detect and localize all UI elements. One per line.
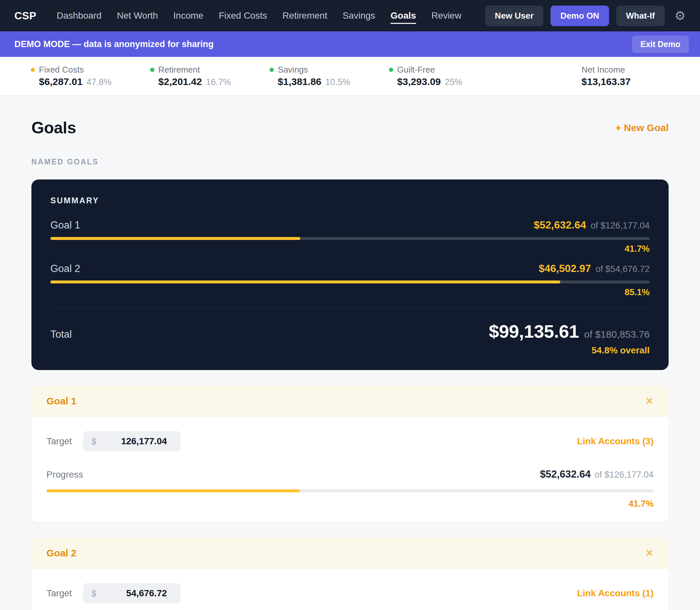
goal-amount: $46,502.97 — [539, 262, 591, 275]
nav-item-dashboard[interactable]: Dashboard — [57, 8, 102, 23]
target-value-field[interactable] — [102, 436, 167, 447]
stat-value: $3,293.09 — [397, 76, 440, 87]
nav-links: Dashboard Net Worth Income Fixed Costs R… — [57, 8, 461, 24]
goal-amount: $52,632.64 — [534, 219, 586, 231]
progress-target: of $126,177.04 — [595, 470, 654, 480]
stat-fixed-costs: Fixed Costs $6,287.01 47.8% — [31, 65, 111, 87]
target-label: Target — [46, 436, 72, 447]
goal-name: Goal 2 — [50, 263, 80, 275]
what-if-button[interactable]: What-If — [616, 5, 665, 26]
total-overall-percent: 54.8% overall — [50, 345, 650, 356]
nav-item-net-worth[interactable]: Net Worth — [117, 8, 158, 23]
goal-2-card: Goal 2 ✕ Target $ Link Accounts (1) Prog… — [31, 538, 669, 610]
goal-name: Goal 1 — [50, 219, 80, 231]
goal-1-card-body: Target $ Link Accounts (3) Progress $52,… — [31, 417, 669, 522]
app-root: CSP Dashboard Net Worth Income Fixed Cos… — [0, 0, 700, 610]
goal-percent: 41.7% — [50, 244, 650, 254]
main-content: Goals + New Goal NAMED GOALS SUMMARY Goa… — [0, 95, 700, 610]
stat-value: $6,287.01 — [39, 76, 82, 87]
goal-1-card-progress-fill — [46, 489, 300, 492]
total-target: of $180,853.76 — [584, 329, 650, 340]
goal-card-percent: 41.7% — [46, 499, 654, 509]
goal-card-title: Goal 2 — [46, 548, 77, 559]
goal-1-progress-bar — [50, 237, 650, 240]
new-user-button[interactable]: New User — [485, 5, 544, 26]
currency-symbol: $ — [92, 436, 96, 447]
guilt-free-dot-icon — [389, 68, 393, 72]
stat-label: Fixed Costs — [39, 65, 84, 75]
progress-amount: $52,632.64 — [540, 468, 591, 480]
progress-label: Progress — [46, 469, 83, 480]
goal-target: of $54,676.72 — [596, 264, 650, 274]
currency-symbol: $ — [92, 589, 96, 598]
brand-logo: CSP — [14, 10, 36, 22]
demo-toggle-button[interactable]: Demo ON — [550, 5, 609, 26]
fixed-costs-dot-icon — [31, 68, 35, 72]
target-input[interactable]: $ — [83, 431, 181, 451]
goal-2-card-body: Target $ Link Accounts (1) Progress $46,… — [31, 569, 669, 610]
total-amount: $99,135.61 — [489, 321, 579, 342]
goal-2-card-header: Goal 2 ✕ — [31, 538, 669, 569]
savings-dot-icon — [269, 68, 274, 72]
goal-2-progress-fill — [50, 280, 560, 284]
stat-label: Guilt-Free — [397, 65, 435, 75]
nav-actions: New User Demo ON What-If ⚙ — [485, 5, 686, 26]
named-goals-label: NAMED GOALS — [31, 158, 669, 166]
link-accounts-button[interactable]: Link Accounts (3) — [577, 436, 654, 447]
stat-value: $1,381.86 — [278, 76, 321, 87]
close-icon[interactable]: ✕ — [645, 548, 654, 558]
goal-1-progress-fill — [50, 237, 300, 240]
nav-item-income[interactable]: Income — [173, 8, 203, 23]
stat-net-income: Net Income $13,163.37 — [581, 65, 631, 87]
stat-percent: 10.5% — [325, 77, 351, 87]
summary-divider — [50, 307, 650, 308]
stat-value: $13,163.37 — [581, 76, 631, 87]
goal-1-card: Goal 1 ✕ Target $ Link Accounts (3) Prog… — [31, 386, 669, 522]
stat-label: Net Income — [581, 65, 625, 75]
goal-card-title: Goal 1 — [46, 396, 77, 407]
new-goal-button[interactable]: + New Goal — [615, 122, 669, 133]
top-nav: CSP Dashboard Net Worth Income Fixed Cos… — [0, 0, 700, 31]
summary-goal-1-row: Goal 1 $52,632.64 of $126,177.04 41.7% — [50, 219, 650, 254]
goal-2-progress-bar — [50, 280, 650, 284]
target-label: Target — [46, 588, 72, 598]
summary-goal-2-row: Goal 2 $46,502.97 of $54,676.72 85.1% — [50, 262, 650, 298]
page-head: Goals + New Goal — [31, 118, 669, 137]
retirement-dot-icon — [150, 68, 154, 72]
nav-item-fixed-costs[interactable]: Fixed Costs — [219, 8, 267, 23]
demo-banner-message: DEMO MODE — data is anonymized for shari… — [14, 39, 214, 49]
stat-percent: 47.8% — [87, 77, 111, 87]
summary-card: SUMMARY Goal 1 $52,632.64 of $126,177.04… — [31, 179, 669, 370]
exit-demo-button[interactable]: Exit Demo — [632, 36, 689, 53]
stat-percent: 25% — [445, 77, 463, 87]
goal-target: of $126,177.04 — [591, 221, 650, 231]
stat-savings: Savings $1,381.86 10.5% — [269, 65, 350, 87]
page-title: Goals — [31, 118, 76, 137]
demo-banner: DEMO MODE — data is anonymized for shari… — [0, 31, 700, 57]
goal-1-card-header: Goal 1 ✕ — [31, 386, 669, 417]
nav-item-review[interactable]: Review — [432, 8, 462, 23]
stat-guilt-free: Guilt-Free $3,293.09 25% — [389, 65, 463, 87]
stat-value: $2,201.42 — [158, 76, 202, 87]
close-icon[interactable]: ✕ — [645, 396, 654, 406]
target-value-field[interactable] — [102, 588, 167, 598]
stat-label: Retirement — [158, 65, 200, 75]
nav-item-goals[interactable]: Goals — [391, 8, 416, 24]
stats-bar: Fixed Costs $6,287.01 47.8% Retirement $… — [0, 57, 700, 95]
target-input[interactable]: $ — [83, 583, 181, 604]
nav-item-savings[interactable]: Savings — [342, 8, 375, 23]
link-accounts-button[interactable]: Link Accounts (1) — [577, 588, 654, 598]
goal-1-card-progress-bar — [46, 489, 654, 492]
stat-label: Savings — [278, 65, 308, 75]
nav-item-retirement[interactable]: Retirement — [282, 8, 327, 23]
summary-title: SUMMARY — [50, 196, 650, 205]
stat-percent: 16.7% — [206, 77, 231, 87]
settings-gear-icon[interactable]: ⚙ — [674, 10, 686, 22]
summary-total-row: Total $99,135.61 of $180,853.76 — [50, 321, 650, 342]
total-label: Total — [50, 328, 72, 340]
stat-retirement: Retirement $2,201.42 16.7% — [150, 65, 231, 87]
goal-percent: 85.1% — [50, 287, 650, 298]
